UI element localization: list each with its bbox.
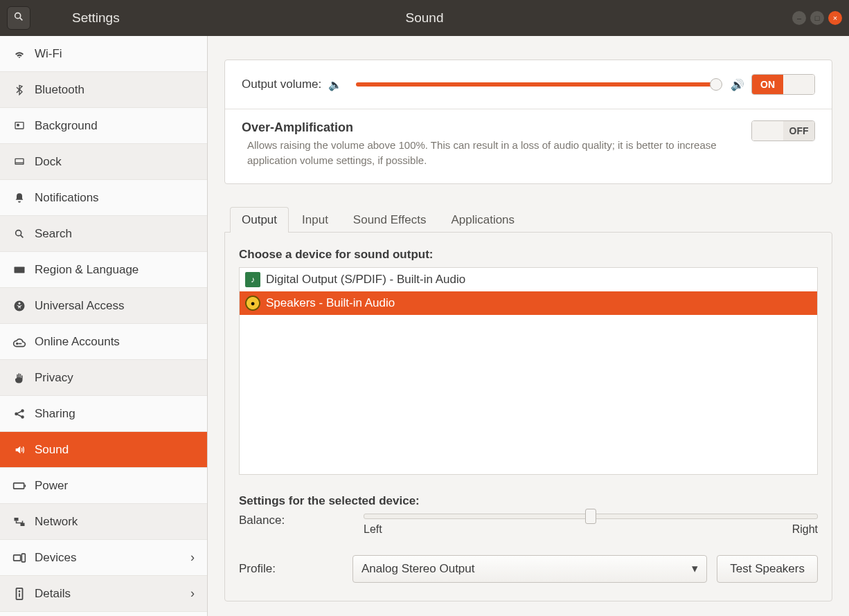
flag-icon (10, 265, 29, 275)
svg-rect-18 (14, 482, 24, 488)
sidebar-item-wifi[interactable]: Wi-Fi (0, 36, 207, 72)
minimize-button[interactable]: – (792, 11, 806, 25)
maximize-button[interactable]: □ (810, 11, 824, 25)
sidebar-item-label: Bluetooth (35, 83, 84, 97)
toggle-knob (783, 75, 814, 94)
output-device-list[interactable]: ♪ Digital Output (S/PDIF) - Built-in Aud… (239, 267, 818, 475)
sidebar-item-label: Devices (35, 551, 76, 565)
svg-rect-2 (15, 122, 24, 128)
profile-value: Analog Stereo Output (361, 562, 475, 576)
sidebar-item-bluetooth[interactable]: Bluetooth (0, 72, 207, 108)
sidebar-item-label: Background (35, 119, 98, 133)
output-volume-label: Output volume: (242, 78, 321, 91)
content-area: Output volume: 🔈 🔊 ON Over-Amplification… (208, 36, 849, 616)
tab-applications[interactable]: Applications (439, 207, 526, 233)
sidebar-item-region[interactable]: Region & Language (0, 252, 207, 288)
slider-thumb[interactable] (710, 78, 722, 91)
svg-rect-4 (15, 158, 24, 164)
battery-icon (10, 482, 29, 490)
svg-rect-20 (15, 518, 19, 521)
device-label: Speakers - Built-in Audio (266, 296, 395, 310)
tab-sound-effects[interactable]: Sound Effects (341, 207, 438, 233)
info-icon (10, 588, 29, 600)
over-amplification-toggle[interactable]: OFF (751, 120, 815, 141)
tab-input[interactable]: Input (290, 207, 340, 233)
bell-icon (10, 192, 29, 204)
over-amplification-row: Over-Amplification Allows raising the vo… (225, 109, 832, 183)
sidebar-item-label: Online Accounts (35, 335, 120, 349)
sidebar-item-privacy[interactable]: Privacy (0, 360, 207, 396)
svg-rect-22 (14, 554, 21, 560)
profile-select[interactable]: Analog Stereo Output ▾ (352, 555, 707, 583)
sidebar-item-sound[interactable]: Sound (0, 432, 207, 468)
app-title: Settings (72, 10, 120, 26)
slider-thumb[interactable] (585, 509, 596, 524)
sidebar-item-sharing[interactable]: Sharing (0, 396, 207, 432)
sidebar-item-dock[interactable]: Dock (0, 144, 207, 180)
output-volume-toggle[interactable]: ON (751, 74, 815, 95)
balance-left-label: Left (364, 523, 382, 536)
device-row-speakers[interactable]: ● Speakers - Built-in Audio (240, 291, 817, 315)
window-controls: – □ × (792, 11, 842, 25)
balance-slider[interactable]: Left Right (364, 514, 818, 536)
sidebar-item-online-accounts[interactable]: Online Accounts (0, 324, 207, 360)
svg-point-3 (17, 124, 19, 126)
sidebar-item-label: Privacy (35, 371, 73, 385)
devices-icon (10, 552, 29, 563)
toggle-knob (752, 121, 783, 141)
wifi-icon (10, 48, 29, 60)
svg-point-6 (16, 230, 21, 235)
test-speakers-button[interactable]: Test Speakers (717, 555, 818, 583)
sidebar-item-label: Sound (35, 443, 69, 457)
over-amplification-title: Over-Amplification (242, 120, 738, 135)
maximize-icon: □ (815, 15, 820, 22)
sidebar-item-network[interactable]: Network (0, 504, 207, 540)
svg-point-11 (16, 342, 18, 344)
tab-output[interactable]: Output (230, 207, 289, 233)
sidebar-item-label: Wi-Fi (35, 47, 62, 61)
sidebar-item-label: Details (35, 587, 71, 601)
svg-point-25 (19, 590, 21, 592)
output-volume-slider[interactable] (356, 82, 717, 87)
dock-icon (10, 156, 29, 167)
profile-label: Profile: (239, 562, 343, 576)
device-label: Digital Output (S/PDIF) - Built-in Audio (266, 273, 465, 287)
minimize-icon: – (797, 15, 801, 22)
over-amplification-desc: Allows raising the volume above 100%. Th… (242, 138, 738, 168)
svg-line-17 (17, 414, 21, 416)
svg-line-7 (21, 235, 24, 237)
volume-low-icon: 🔈 (328, 78, 342, 91)
cloud-key-icon (10, 336, 29, 347)
device-settings-label: Settings for the selected device: (239, 494, 818, 508)
chevron-right-icon: › (190, 586, 195, 601)
svg-rect-26 (19, 593, 20, 597)
sidebar-item-accessibility[interactable]: Universal Access (0, 288, 207, 324)
sidebar-item-label: Power (35, 479, 68, 493)
device-row-digital[interactable]: ♪ Digital Output (S/PDIF) - Built-in Aud… (240, 268, 817, 291)
volume-card: Output volume: 🔈 🔊 ON Over-Amplification… (224, 60, 832, 184)
svg-point-10 (19, 302, 21, 304)
accessibility-icon (10, 300, 29, 312)
close-button[interactable]: × (828, 11, 842, 25)
search-button[interactable] (7, 6, 30, 30)
bluetooth-icon (10, 84, 29, 96)
sidebar-item-label: Region & Language (35, 263, 138, 277)
sidebar-item-label: Notifications (35, 191, 99, 205)
sidebar-item-search[interactable]: Search (0, 216, 207, 252)
svg-point-0 (15, 13, 21, 19)
svg-line-16 (17, 411, 21, 413)
network-icon (10, 516, 29, 527)
share-icon (10, 408, 29, 420)
sidebar-item-devices[interactable]: Devices › (0, 540, 207, 576)
output-volume-row: Output volume: 🔈 🔊 ON (225, 60, 832, 109)
speaker-icon: ● (245, 296, 260, 311)
sidebar-item-power[interactable]: Power (0, 468, 207, 504)
background-icon (10, 120, 29, 132)
toggle-on-label: ON (752, 75, 783, 94)
sidebar: Wi-Fi Bluetooth Background Dock Notifica… (0, 36, 208, 616)
sidebar-item-details[interactable]: Details › (0, 576, 207, 612)
search-icon (13, 11, 24, 25)
sidebar-item-notifications[interactable]: Notifications (0, 180, 207, 216)
sidebar-item-background[interactable]: Background (0, 108, 207, 144)
chevron-right-icon: › (190, 550, 195, 565)
